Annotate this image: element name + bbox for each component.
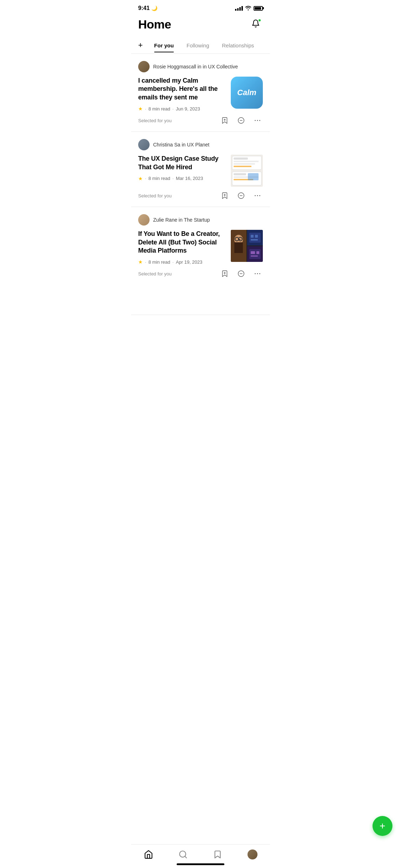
publication-name: UX Collective [208, 64, 238, 69]
selected-label: Selected for you [138, 271, 172, 277]
article-footer: Selected for you [138, 115, 263, 126]
bookmark-button[interactable] [219, 190, 230, 201]
selected-label: Selected for you [138, 118, 172, 123]
status-bar: 9:41 🌙 [131, 0, 270, 14]
more-button[interactable] [252, 190, 263, 201]
battery-icon [254, 6, 263, 11]
wifi-icon [245, 5, 251, 11]
article-title[interactable]: The UX Design Case Study That Got Me Hir… [138, 155, 226, 171]
article-actions [219, 115, 263, 126]
read-time: 8 min read [149, 259, 170, 265]
article-thumbnail: Calm [231, 77, 263, 109]
article-thumbnail [231, 230, 263, 262]
article-title[interactable]: I cancelled my Calm membership. Here's a… [138, 77, 226, 102]
article-meta: ★ · 8 min read · Jun 9, 2023 [138, 106, 226, 112]
tabs-container: + For you Following Relationships [131, 37, 270, 54]
svg-rect-11 [234, 163, 255, 165]
article-card: Rosie Hoggmascall in in UX Collective I … [131, 54, 270, 132]
avatar [138, 61, 150, 72]
svg-rect-9 [234, 157, 248, 160]
article-footer: Selected for you [138, 268, 263, 279]
svg-rect-34 [251, 235, 254, 238]
star-icon: ★ [138, 259, 143, 265]
svg-point-46 [255, 273, 256, 274]
in-text: in [198, 64, 202, 69]
svg-rect-31 [239, 239, 240, 240]
tab-following[interactable]: Following [180, 39, 215, 52]
more-button[interactable] [252, 268, 263, 279]
article-footer: Selected for you [138, 190, 263, 201]
svg-point-6 [259, 120, 260, 121]
read-time: 8 min read [149, 176, 170, 181]
article-date: Jun 9, 2023 [176, 106, 200, 112]
hide-button[interactable] [236, 268, 246, 279]
article-author-row: Rosie Hoggmascall in in UX Collective [138, 61, 263, 72]
article-actions [219, 268, 263, 279]
svg-rect-38 [249, 249, 261, 259]
page-title: Home [138, 17, 171, 31]
article-body: If You Want to Be a Creator, Delete All … [138, 230, 263, 265]
hide-button[interactable] [236, 190, 246, 201]
article-thumbnail [231, 155, 263, 187]
svg-point-22 [255, 195, 256, 196]
article-author-row: Christina Sa in UX Planet [138, 139, 263, 150]
avatar [138, 214, 150, 226]
svg-rect-41 [251, 255, 258, 257]
hide-button[interactable] [236, 115, 246, 126]
signal-icon [235, 6, 243, 11]
status-time: 9:41 [138, 5, 150, 11]
svg-rect-36 [251, 239, 258, 241]
bookmark-button[interactable] [219, 268, 230, 279]
svg-point-24 [259, 195, 260, 196]
article-meta: ★ · 8 min read · Mar 16, 2023 [138, 176, 226, 181]
article-card: Christina Sa in UX Planet The UX Design … [131, 132, 270, 207]
svg-point-5 [257, 120, 258, 121]
author-name: Rosie Hoggmascall [153, 64, 196, 69]
publication-name: UX Planet [187, 142, 209, 148]
svg-rect-40 [256, 251, 259, 254]
header: Home [131, 14, 270, 37]
notification-dot [258, 19, 261, 22]
star-icon: ★ [138, 106, 143, 112]
svg-rect-14 [234, 173, 246, 175]
in-separator: in [203, 64, 208, 69]
svg-point-4 [255, 120, 256, 121]
svg-point-47 [257, 273, 258, 274]
publication-name: The Startup [184, 217, 210, 223]
status-icons [235, 5, 263, 11]
article-author-row: Zulie Rane in The Startup [138, 214, 263, 226]
svg-point-23 [257, 195, 258, 196]
add-tab-button[interactable]: + [138, 37, 148, 53]
article-title[interactable]: If You Want to Be a Creator, Delete All … [138, 230, 226, 255]
in-separator: in [179, 217, 184, 223]
svg-rect-33 [249, 233, 261, 243]
svg-rect-12 [234, 166, 251, 167]
author-name: Zulie Rane [153, 217, 177, 223]
article-date: Mar 16, 2023 [176, 176, 203, 181]
article-date: Apr 19, 2023 [176, 259, 202, 265]
svg-rect-17 [248, 173, 259, 180]
svg-rect-10 [234, 161, 259, 162]
read-time: 8 min read [149, 106, 170, 112]
moon-icon: 🌙 [151, 5, 157, 11]
svg-rect-28 [234, 242, 243, 253]
svg-rect-35 [255, 235, 258, 238]
svg-point-48 [259, 273, 260, 274]
star-icon: ★ [138, 176, 143, 181]
notification-button[interactable] [249, 17, 263, 31]
tab-for-you[interactable]: For you [148, 39, 180, 52]
article-body: The UX Design Case Study That Got Me Hir… [138, 155, 263, 187]
article-card: Zulie Rane in The Startup If You Want to… [131, 207, 270, 315]
article-actions [219, 190, 263, 201]
tab-relationships[interactable]: Relationships [215, 39, 260, 52]
article-meta: ★ · 8 min read · Apr 19, 2023 [138, 259, 226, 265]
bookmark-button[interactable] [219, 115, 230, 126]
svg-rect-39 [251, 251, 255, 254]
more-button[interactable] [252, 115, 263, 126]
selected-label: Selected for you [138, 193, 172, 198]
author-name: Christina Sa [153, 142, 180, 148]
article-body: I cancelled my Calm membership. Here's a… [138, 77, 263, 112]
avatar [138, 139, 150, 150]
in-separator: in [182, 142, 187, 148]
